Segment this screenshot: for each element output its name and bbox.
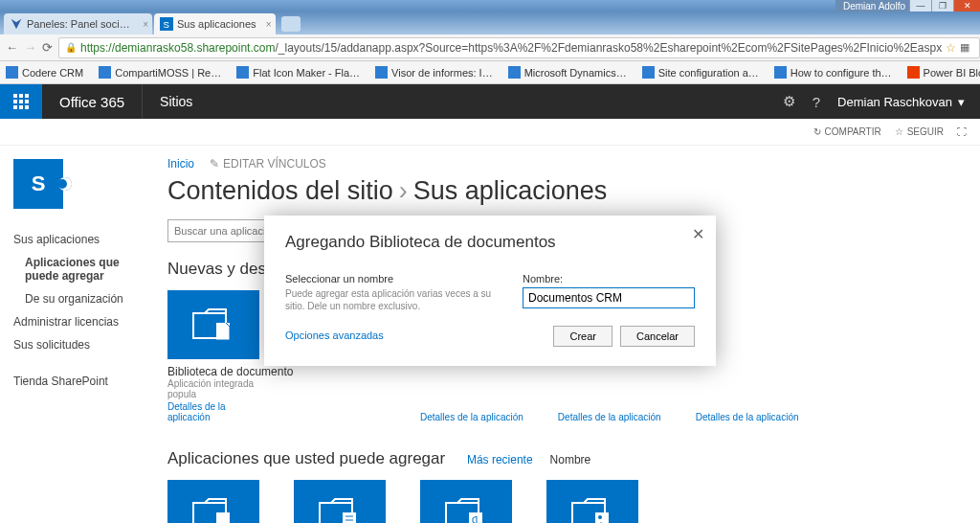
bookmark-icon bbox=[375, 66, 388, 79]
nav-item-apps[interactable]: Sus aplicaciones bbox=[13, 228, 148, 251]
share-button[interactable]: ↻COMPARTIR bbox=[813, 126, 881, 137]
tab-close-icon[interactable]: × bbox=[143, 19, 148, 30]
suite-brand[interactable]: Office 365 bbox=[42, 84, 143, 119]
pencil-icon: ✎ bbox=[210, 157, 219, 171]
app-details-link[interactable]: Detalles de la aplicación bbox=[558, 412, 661, 422]
select-name-label: Seleccionar un nombre bbox=[285, 273, 496, 284]
bookmark-icon bbox=[508, 66, 521, 79]
app-tile-formlib[interactable]: Biblioteca de formularios bbox=[294, 480, 386, 523]
app-tile-wikilib[interactable]: Biblioteca de páginas Wiki bbox=[420, 480, 512, 523]
tab-label: Sus aplicaciones bbox=[177, 18, 256, 30]
user-name: Demian Raschkovan bbox=[837, 95, 952, 109]
ext-icon[interactable]: ▦ bbox=[960, 41, 973, 54]
app-tile-imglib[interactable]: Biblioteca de imágenes bbox=[546, 480, 638, 523]
tab-label: Paneles: Panel social de a… bbox=[27, 18, 133, 30]
nav-item-licenses[interactable]: Administrar licencias bbox=[13, 310, 148, 333]
bookmark-icon bbox=[236, 66, 249, 79]
doclib-icon bbox=[167, 290, 259, 359]
imglib-icon bbox=[546, 480, 638, 523]
new-tab-button[interactable] bbox=[281, 16, 301, 32]
breadcrumb-inicio[interactable]: Inicio bbox=[167, 157, 194, 171]
browser-tab-0[interactable]: Paneles: Panel social de a… × bbox=[4, 13, 152, 34]
cancel-button[interactable]: Cancelar bbox=[620, 326, 695, 347]
bookmark-item[interactable]: How to configure th… bbox=[774, 66, 892, 79]
page-commands: ↻COMPARTIR ☆SEGUIR ⛶ bbox=[0, 119, 980, 146]
suite-site-link[interactable]: Sitios bbox=[143, 94, 210, 109]
settings-gear-icon[interactable]: ⚙ bbox=[783, 93, 795, 110]
bookmark-item[interactable]: Power BI Blog | Pow… bbox=[907, 66, 980, 79]
svg-rect-5 bbox=[216, 512, 230, 523]
bookmark-icon bbox=[99, 66, 111, 79]
dynamics-icon bbox=[10, 17, 23, 31]
close-button[interactable]: ✕ bbox=[953, 0, 980, 11]
edit-links-button[interactable]: ✎EDITAR VÍNCULOS bbox=[210, 157, 326, 171]
filter-recent[interactable]: Más reciente bbox=[467, 453, 533, 466]
doclib-icon bbox=[167, 480, 259, 523]
create-button[interactable]: Crear bbox=[553, 326, 612, 347]
canadd-grid: Biblioteca de documentos Biblioteca de f… bbox=[167, 480, 961, 523]
chrome-user-badge[interactable]: Demian Adolfo bbox=[835, 0, 913, 12]
forward-button[interactable]: → bbox=[24, 40, 36, 56]
app-details-link[interactable]: Detalles de la aplicación bbox=[167, 401, 259, 422]
app-details-link[interactable]: Detalles de la aplicación bbox=[420, 412, 523, 422]
bookmark-item[interactable]: Site configuration a… bbox=[642, 66, 759, 79]
wikilib-icon bbox=[420, 480, 512, 523]
nav-item-org[interactable]: De su organización bbox=[13, 287, 148, 310]
back-button[interactable]: ← bbox=[6, 40, 18, 56]
bookmark-icon bbox=[6, 66, 18, 79]
follow-button[interactable]: ☆SEGUIR bbox=[895, 126, 944, 137]
formlib-icon bbox=[294, 480, 386, 523]
app-tile[interactable]: Biblioteca de documento Aplicación integ… bbox=[167, 290, 259, 422]
app-tile-doclib[interactable]: Biblioteca de documentos bbox=[167, 480, 259, 523]
add-app-modal: ✕ Agregando Biblioteca de documentos Sel… bbox=[264, 216, 716, 366]
svg-point-15 bbox=[598, 515, 602, 519]
bookmark-icon bbox=[907, 66, 920, 79]
bookmark-icon bbox=[642, 66, 655, 79]
browser-toolbar: ← → ⟳ 🔒 https://demianrasko58.sharepoint… bbox=[0, 34, 980, 61]
advanced-options-link[interactable]: Opciones avanzadas bbox=[285, 330, 384, 341]
select-name-help: Puede agregar esta aplicación varias vec… bbox=[285, 287, 496, 312]
app-title: Biblioteca de documento bbox=[167, 365, 259, 378]
browser-tab-1[interactable]: S Sus aplicaciones × bbox=[154, 13, 276, 34]
nav-item-store[interactable]: Tienda SharePoint bbox=[13, 370, 148, 393]
filter-name[interactable]: Nombre bbox=[550, 453, 591, 466]
focus-icon: ⛶ bbox=[957, 126, 967, 137]
nav-item-canadd[interactable]: Aplicaciones que puede agregar bbox=[13, 251, 148, 287]
maximize-button[interactable]: ❐ bbox=[931, 0, 953, 11]
modal-close-button[interactable]: ✕ bbox=[692, 225, 704, 243]
bookmark-item[interactable]: Microsoft Dynamics… bbox=[508, 66, 627, 79]
user-menu[interactable]: Demian Raschkovan ▾ bbox=[837, 95, 965, 109]
tab-close-icon[interactable]: × bbox=[266, 19, 272, 30]
minimize-button[interactable]: — bbox=[909, 0, 931, 11]
app-details-link[interactable]: Detalles de la aplicación bbox=[696, 412, 799, 422]
help-icon[interactable]: ? bbox=[813, 94, 820, 110]
bookmark-item[interactable]: Visor de informes: I… bbox=[375, 66, 493, 79]
name-field-label: Nombre: bbox=[523, 273, 695, 284]
sharepoint-logo[interactable] bbox=[13, 159, 63, 209]
address-bar[interactable]: 🔒 https://demianrasko58.sharepoint.com /… bbox=[58, 37, 980, 58]
bookmark-item[interactable]: Flat Icon Maker - Fla… bbox=[236, 66, 360, 79]
left-nav: Sus aplicaciones Aplicaciones que puede … bbox=[0, 146, 148, 523]
sharepoint-icon: S bbox=[160, 17, 173, 31]
share-icon: ↻ bbox=[813, 126, 821, 137]
chevron-down-icon: ▾ bbox=[958, 95, 965, 109]
bookmark-item[interactable]: CompartiMOSS | Re… bbox=[99, 66, 221, 79]
bookmark-star-icon[interactable]: ☆ bbox=[946, 41, 956, 55]
url-host: https://demianrasko58.sharepoint.com bbox=[80, 41, 275, 55]
app-launcher-button[interactable] bbox=[0, 84, 42, 119]
svg-rect-12 bbox=[469, 512, 482, 523]
focus-button[interactable]: ⛶ bbox=[957, 126, 967, 137]
bookmark-icon bbox=[774, 66, 787, 79]
name-input[interactable] bbox=[523, 287, 695, 308]
svg-rect-7 bbox=[343, 512, 356, 523]
browser-tabs: Paneles: Panel social de a… × S Sus apli… bbox=[0, 11, 980, 34]
url-extensions: ▦ bbox=[960, 41, 973, 54]
reload-button[interactable]: ⟳ bbox=[42, 40, 53, 56]
bookmark-item[interactable]: Codere CRM bbox=[6, 66, 83, 79]
waffle-icon bbox=[13, 94, 29, 109]
svg-text:S: S bbox=[164, 19, 169, 30]
app-subtitle: Aplicación integrada popula bbox=[167, 378, 259, 399]
nav-item-requests[interactable]: Sus solicitudes bbox=[13, 333, 148, 356]
window-controls: — ❐ ✕ bbox=[909, 0, 980, 11]
star-icon: ☆ bbox=[895, 126, 903, 137]
